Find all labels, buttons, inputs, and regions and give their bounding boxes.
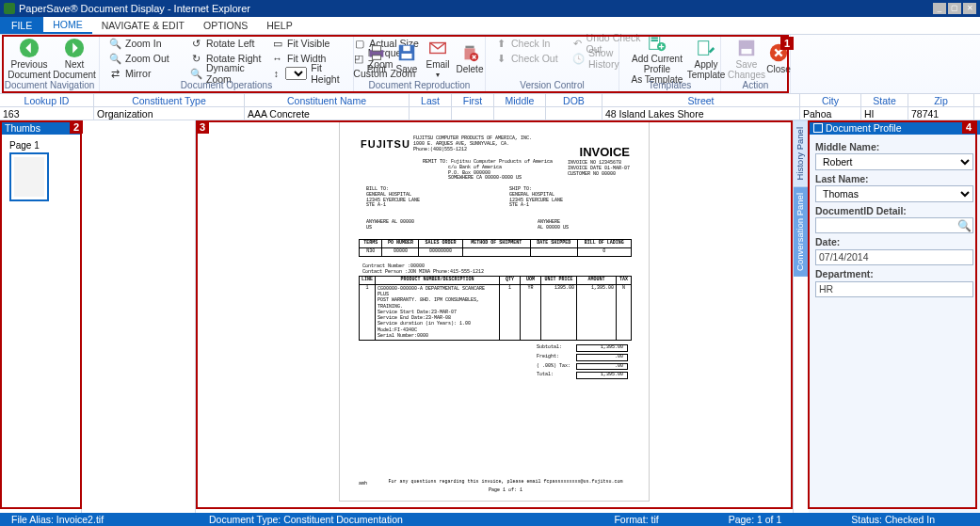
search-icon[interactable]: 🔍 — [957, 219, 971, 232]
document-profile-pane: Document Profile Middle Name: Robert Las… — [809, 120, 980, 515]
next-document-button[interactable]: Next Document — [53, 37, 96, 80]
callout-2: 2 — [70, 120, 83, 134]
invoice-document: FUJITSU FUJITSU COMPUTER PRODUCTS OF AME… — [339, 120, 650, 502]
doc-page: Page 1 of: 1 — [351, 488, 660, 494]
tab-home[interactable]: HOME — [43, 17, 92, 34]
val-state: HI — [861, 107, 908, 120]
email-icon — [427, 38, 448, 58]
tab-conversation-panel[interactable]: Conversation Panel — [794, 186, 809, 277]
titlebar: PaperSave® Document Display - Internet E… — [0, 0, 980, 17]
svg-rect-7 — [403, 46, 410, 52]
group-templates-label: Templates — [619, 80, 720, 92]
docid-detail-input[interactable] — [815, 217, 973, 233]
fit-visible-icon: ▭ — [271, 38, 283, 50]
zoom-in-button[interactable]: 🔍Zoom In — [107, 37, 183, 50]
thumbnail-1-label: Page 1 — [9, 140, 72, 151]
val-last — [410, 107, 452, 120]
apply-template-button[interactable]: Apply Template — [687, 37, 725, 80]
svg-rect-4 — [372, 56, 380, 60]
zoom-out-button[interactable]: 🔍Zoom Out — [107, 52, 183, 65]
val-street: 48 Island Lakes Shore — [602, 107, 800, 120]
doc-table1: TERMSPO NUMBERSALES ORDER METHOD OF SHIP… — [359, 239, 632, 257]
thumbs-pane: Thumbs ▪ Page 1 — [0, 120, 82, 515]
mirror-icon: ⇄ — [109, 68, 121, 80]
save-changes-icon — [736, 38, 757, 58]
save-changes-button: Save Changes — [729, 37, 764, 80]
rotate-left-icon: ↺ — [190, 38, 202, 50]
prev-document-label: Previous Document — [8, 59, 51, 80]
undo-icon: ↶ — [572, 38, 583, 50]
record-fields-header: Lookup ID Constituent Type Constituent N… — [0, 94, 980, 107]
app-icon — [4, 3, 15, 14]
print-button[interactable]: Print — [361, 37, 392, 80]
val-lookup: 163 — [0, 107, 94, 120]
doc-totals: Subtotal:1,395.00 Freight:.00 ( .00%) Ta… — [531, 343, 630, 381]
group-reproduction-label: Document Reproduction — [354, 80, 485, 92]
val-dob — [546, 107, 602, 120]
doc-remit: REMIT TO: Fujitsu Computer Products of A… — [423, 160, 553, 182]
template-apply-icon — [696, 38, 716, 58]
rotate-left-button[interactable]: ↺Rotate Left — [188, 37, 264, 50]
fit-height-select[interactable] — [285, 67, 307, 80]
close-window-button[interactable]: ✕ — [963, 3, 976, 14]
window-title: PaperSave® Document Display - Internet E… — [19, 3, 250, 14]
fit-height-button[interactable]: ↕Fit Height — [269, 67, 345, 80]
group-operations-label: Document Operations — [100, 80, 353, 92]
right-vertical-tabs: History Panel Conversation Panel — [794, 120, 809, 515]
prev-document-button[interactable]: Previous Document — [8, 37, 51, 80]
thumbnail-1[interactable]: Page 1 — [9, 140, 72, 201]
status-status: Status: Checked In — [840, 514, 946, 525]
callout-4: 4 — [962, 120, 975, 134]
doc-company-addr: FUJITSU COMPUTER PRODUCTS OF AMERICA, IN… — [413, 136, 532, 152]
dynamic-zoom-button[interactable]: 🔍Dynamic Zoom — [188, 67, 264, 80]
arrow-left-icon — [19, 38, 40, 58]
save-button[interactable]: Save — [392, 37, 422, 80]
callout-3: 3 — [196, 120, 209, 134]
hdr-zip: Zip — [908, 94, 974, 106]
profile-pin-icon[interactable] — [813, 123, 823, 133]
fit-visible-button[interactable]: ▭Fit Visible — [269, 37, 345, 50]
template-add-icon — [647, 32, 667, 53]
val-middle — [494, 107, 546, 120]
department-label: Department: — [815, 268, 973, 279]
svg-rect-13 — [651, 38, 658, 40]
val-city: Pahoa — [800, 107, 861, 120]
svg-rect-16 — [699, 40, 709, 55]
dynamic-zoom-icon: 🔍 — [190, 68, 202, 80]
add-current-profile-button[interactable]: Add Current Profile As Template — [627, 37, 687, 80]
status-format: Format: tif — [602, 514, 669, 525]
tab-options[interactable]: OPTIONS — [194, 17, 257, 34]
minimize-button[interactable]: _ — [933, 3, 946, 14]
status-doc-type: Document Type: Constituent Documentation — [198, 514, 574, 525]
svg-rect-3 — [372, 46, 380, 52]
docid-detail-label: DocumentID Detail: — [815, 205, 973, 216]
doc-sign: amh — [359, 482, 367, 487]
last-name-select[interactable]: Thomas — [815, 185, 973, 202]
hdr-first: First — [452, 94, 494, 106]
zoom-out-icon: 🔍 — [109, 53, 121, 65]
mirror-button[interactable]: ⇄Mirror — [107, 67, 183, 80]
ribbon: Previous Document Next Document Document… — [0, 35, 980, 94]
group-action-label: Action — [721, 80, 790, 92]
doc-table2: LINE PRODUCT NUMBER/DESCRIPTION QTY UOM … — [359, 276, 632, 341]
record-fields-values: 163 Organization AAA Concrete 48 Island … — [0, 107, 980, 120]
date-value: 07/14/2014 — [815, 249, 973, 265]
delete-button[interactable]: Delete — [454, 37, 486, 80]
print-icon — [366, 42, 387, 63]
tab-history-panel[interactable]: History Panel — [794, 120, 809, 186]
email-button[interactable]: Email▾ — [422, 37, 454, 80]
profile-title: Document Profile — [826, 122, 902, 134]
tab-file[interactable]: FILE — [0, 17, 43, 34]
thumbs-title: Thumbs — [5, 122, 40, 134]
tab-help[interactable]: HELP — [257, 17, 301, 34]
status-file-alias: File Alias: Invoice2.tif — [0, 514, 198, 525]
tab-navigate[interactable]: NAVIGATE & EDIT — [92, 17, 194, 34]
hdr-cname: Constituent Name — [245, 94, 410, 106]
maximize-button[interactable]: ▢ — [948, 3, 961, 14]
middle-name-select[interactable]: Robert — [815, 153, 973, 170]
doc-anywhere1: ANYWHERE AL 00000US — [366, 220, 414, 231]
document-viewer[interactable]: 3 FUJITSU FUJITSU COMPUTER PRODUCTS OF A… — [196, 120, 794, 515]
hdr-street: Street — [602, 94, 800, 106]
blank-column — [82, 120, 196, 515]
next-document-label: Next Document — [53, 59, 96, 80]
